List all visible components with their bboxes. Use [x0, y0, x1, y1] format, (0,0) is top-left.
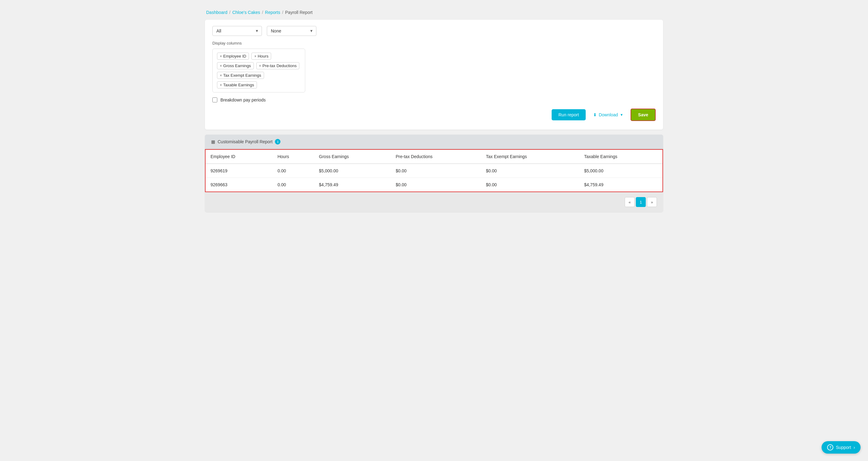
breadcrumb-current: Payroll Report [285, 10, 313, 15]
filter-row: All ▼ None ▼ [212, 26, 656, 36]
download-chevron-icon: ▼ [620, 113, 623, 117]
info-icon[interactable]: i [275, 139, 280, 144]
filter1-wrapper: All ▼ [212, 26, 262, 36]
table-row: 9269619 0.00 $5,000.00 $0.00 $0.00 $5,00… [206, 164, 662, 178]
report-grid-icon: ▦ [211, 139, 215, 144]
report-card: ▦ Customisable Payroll Report i Employee… [205, 135, 663, 212]
cell-taxable-earnings-0: $5,000.00 [579, 164, 662, 178]
support-arrow-icon: › [854, 445, 855, 450]
cell-pre-tax-deductions-0: $0.00 [391, 164, 481, 178]
filter2-select[interactable]: None [267, 26, 316, 36]
page-wrapper: Dashboard / Chloe's Cakes / Reports / Pa… [205, 6, 663, 212]
support-button[interactable]: ? Support › [822, 441, 861, 454]
column-tag-tax-exempt-earnings[interactable]: × Tax Exempt Earnings [217, 72, 264, 79]
breadcrumb-sep-2: / [262, 10, 263, 15]
cell-hours-0: 0.00 [272, 164, 314, 178]
cell-tax-exempt-earnings-1: $0.00 [481, 178, 579, 192]
cell-pre-tax-deductions-1: $0.00 [391, 178, 481, 192]
cell-tax-exempt-earnings-0: $0.00 [481, 164, 579, 178]
breadcrumb-company[interactable]: Chloe's Cakes [232, 10, 260, 15]
breadcrumb: Dashboard / Chloe's Cakes / Reports / Pa… [205, 6, 663, 20]
column-tag-x-employee-id[interactable]: × [220, 54, 222, 59]
columns-box: × Employee ID × Hours × Gross Earnings ×… [212, 48, 305, 93]
report-table: Employee ID Hours Gross Earnings Pre-tax… [206, 150, 662, 192]
column-tag-pre-tax-deductions[interactable]: × Pre-tax Deductions [256, 62, 300, 69]
column-tag-x-taxable-earnings[interactable]: × [220, 83, 222, 87]
download-icon: ⬇ [593, 112, 597, 117]
breadcrumb-reports[interactable]: Reports [265, 10, 280, 15]
support-label: Support [836, 445, 851, 450]
breadcrumb-sep-1: / [229, 10, 230, 15]
cell-hours-1: 0.00 [272, 178, 314, 192]
col-header-employee-id: Employee ID [206, 150, 272, 164]
table-wrapper: Employee ID Hours Gross Earnings Pre-tax… [205, 149, 663, 192]
cell-employee-id-1: 9269663 [206, 178, 272, 192]
display-columns-label: Display columns [212, 41, 656, 45]
cell-gross-earnings-1: $4,759.49 [314, 178, 391, 192]
support-question-icon: ? [827, 444, 833, 451]
col-header-tax-exempt-earnings: Tax Exempt Earnings [481, 150, 579, 164]
column-tag-x-pre-tax-deductions[interactable]: × [259, 64, 261, 68]
col-header-taxable-earnings: Taxable Earnings [579, 150, 662, 164]
breakdown-label: Breakdown pay periods [220, 97, 266, 102]
column-tag-gross-earnings[interactable]: × Gross Earnings [217, 62, 254, 69]
display-columns-section: Display columns × Employee ID × Hours × … [212, 41, 656, 93]
breadcrumb-sep-3: / [282, 10, 283, 15]
cell-employee-id-0: 9269619 [206, 164, 272, 178]
pagination-next-button[interactable]: » [647, 197, 657, 207]
column-tag-hours[interactable]: × Hours [251, 53, 271, 60]
table-row: 9269663 0.00 $4,759.49 $0.00 $0.00 $4,75… [206, 178, 662, 192]
pagination-row: « 1 » [205, 192, 663, 212]
breakdown-row: Breakdown pay periods [212, 97, 656, 102]
download-button[interactable]: ⬇ Download ▼ [589, 109, 627, 120]
breadcrumb-dashboard[interactable]: Dashboard [206, 10, 227, 15]
breakdown-checkbox[interactable] [212, 97, 217, 102]
download-label: Download [599, 112, 618, 117]
col-header-hours: Hours [272, 150, 314, 164]
pagination-prev-button[interactable]: « [625, 197, 634, 207]
filter-card: All ▼ None ▼ Display columns × Employee … [205, 20, 663, 130]
cell-gross-earnings-0: $5,000.00 [314, 164, 391, 178]
report-title: Customisable Payroll Report [218, 139, 272, 144]
column-tag-x-hours[interactable]: × [254, 54, 256, 59]
action-row: Run report ⬇ Download ▼ Save [212, 108, 656, 121]
col-header-gross-earnings: Gross Earnings [314, 150, 391, 164]
cell-taxable-earnings-1: $4,759.49 [579, 178, 662, 192]
column-tag-employee-id[interactable]: × Employee ID [217, 53, 249, 60]
pagination-page-1-button[interactable]: 1 [636, 197, 646, 207]
table-header-row: Employee ID Hours Gross Earnings Pre-tax… [206, 150, 662, 164]
column-tag-x-tax-exempt-earnings[interactable]: × [220, 73, 222, 78]
filter2-wrapper: None ▼ [267, 26, 316, 36]
column-tag-taxable-earnings[interactable]: × Taxable Earnings [217, 81, 257, 89]
report-card-header: ▦ Customisable Payroll Report i [205, 135, 663, 149]
save-button[interactable]: Save [630, 108, 656, 121]
filter1-select[interactable]: All [212, 26, 262, 36]
col-header-pre-tax-deductions: Pre-tax Deductions [391, 150, 481, 164]
column-tag-x-gross-earnings[interactable]: × [220, 64, 222, 68]
run-report-button[interactable]: Run report [552, 109, 586, 120]
